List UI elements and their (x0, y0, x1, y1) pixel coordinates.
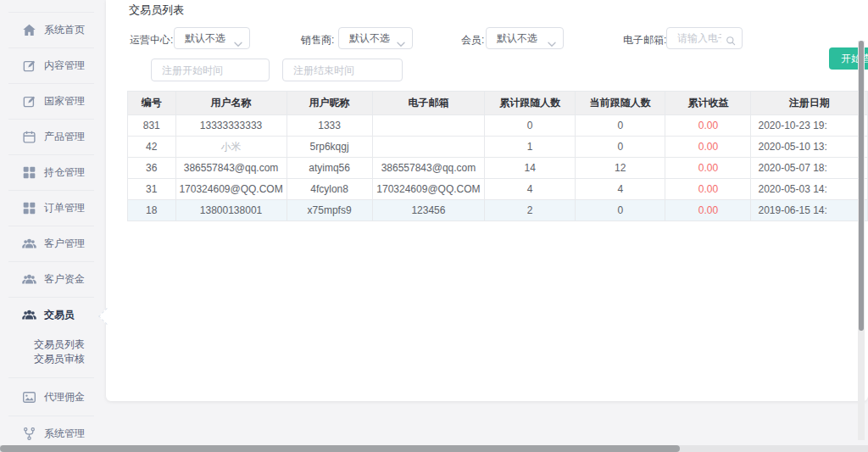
cell-name: 13800138001 (175, 200, 287, 221)
users-icon (22, 237, 36, 251)
cell-reg_date: 2020-10-23 19: (751, 115, 868, 137)
chevron-down-icon (548, 36, 556, 42)
sidebar-bottom-items: 代理佣金系统管理 (0, 378, 106, 451)
content-panel: 交易员列表 运营中心: 默认不选 销售商: 默认不选 会员: 默认不选 电子邮箱… (106, 0, 868, 401)
cell-follow_total: 4 (485, 179, 576, 200)
cell-name: 386557843@qq.com (175, 158, 287, 179)
cell-id: 36 (128, 158, 176, 179)
sidebar-item-label: 系统管理 (44, 427, 85, 441)
sidebar-subitem-trader-list[interactable]: 交易员列表 (34, 338, 94, 352)
page-title: 交易员列表 (129, 3, 184, 18)
cell-reg_date: 2019-06-15 14: (751, 200, 868, 221)
cell-follow_current: 0 (576, 115, 665, 137)
column-header: 当前跟随人数 (576, 92, 665, 115)
column-header: 累计收益 (665, 92, 751, 115)
sidebar-item-label: 国家管理 (44, 94, 85, 109)
cell-id: 31 (128, 179, 176, 200)
column-header: 累计跟随人数 (485, 92, 576, 115)
home-icon (22, 23, 36, 37)
sidebar-item-label: 交易员 (44, 308, 75, 322)
email-inputbox (666, 27, 743, 49)
horizontal-scrollbar-thumb[interactable] (0, 445, 680, 452)
cell-nick: atyimq56 (287, 158, 372, 179)
sidebar-item-label: 代理佣金 (44, 390, 85, 405)
cell-profit: 0.00 (665, 158, 751, 179)
cell-email: 170324609@QQ.COM (372, 179, 485, 200)
column-header: 用户昵称 (287, 92, 372, 115)
cell-nick: x75mpfs9 (287, 200, 372, 221)
column-header: 电子邮箱 (372, 92, 485, 115)
cell-nick: 1333 (287, 115, 372, 137)
sidebar-item-label: 客户管理 (44, 237, 85, 251)
seller-select[interactable]: 默认不选 (338, 27, 413, 49)
trader-admin-page: 系统首页内容管理国家管理产品管理持仓管理订单管理客户管理客户资金交易员 交易员列… (0, 0, 868, 452)
cell-profit: 0.00 (665, 179, 751, 200)
trader-submenu: 交易员列表 交易员审核 (8, 332, 94, 378)
cell-email: 123456 (372, 200, 485, 221)
chevron-down-icon (234, 36, 242, 42)
table-row[interactable]: 831133333333331333000.002020-10-23 19: (128, 115, 868, 137)
sidebar-item-label: 订单管理 (44, 201, 85, 215)
cell-follow_total: 2 (485, 200, 576, 221)
operation-center-select[interactable]: 默认不选 (174, 27, 250, 49)
operation-center-label: 运营中心: (130, 33, 173, 47)
cell-reg_date: 2020-05-07 18: (751, 158, 868, 179)
users-icon (22, 308, 36, 322)
register-end-input[interactable] (283, 59, 402, 81)
column-header: 注册日期 (751, 92, 868, 115)
register-start-inputbox (151, 59, 270, 81)
sidebar-item-order[interactable]: 订单管理 (8, 190, 94, 226)
traders-table: 编号用户名称用户昵称电子邮箱累计跟随人数当前跟随人数累计收益注册日期 83113… (127, 91, 868, 221)
sidebar-main-items: 系统首页内容管理国家管理产品管理持仓管理订单管理客户管理客户资金交易员 (0, 12, 106, 332)
sidebar-item-home[interactable]: 系统首页 (8, 12, 94, 47)
cell-reg_date: 2020-05-03 14: (751, 179, 868, 200)
calendar-icon (22, 130, 36, 144)
sidebar-item-label: 内容管理 (44, 59, 85, 73)
table-header-row: 编号用户名称用户昵称电子邮箱累计跟随人数当前跟随人数累计收益注册日期 (128, 92, 868, 115)
sidebar-subitem-trader-audit[interactable]: 交易员审核 (34, 352, 94, 366)
cell-reg_date: 2020-05-10 13: (751, 137, 868, 158)
cell-follow_current: 0 (576, 200, 665, 221)
sidebar-item-agent-commission[interactable]: 代理佣金 (8, 378, 94, 416)
register-start-input[interactable] (152, 59, 269, 81)
table-row[interactable]: 31170324609@QQ.COM4fcylon8170324609@QQ.C… (128, 179, 868, 200)
branch-icon (22, 427, 36, 441)
table-row[interactable]: 1813800138001x75mpfs9123456200.002019-06… (128, 200, 868, 221)
cell-email (372, 137, 485, 158)
edit-icon (22, 94, 36, 109)
sidebar-item-country[interactable]: 国家管理 (8, 83, 94, 119)
table-row[interactable]: 36386557843@qq.comatyimq56386557843@qq.c… (128, 158, 868, 179)
cell-profit: 0.00 (665, 200, 751, 221)
cell-name: 170324609@QQ.COM (175, 179, 287, 200)
column-header: 编号 (128, 92, 176, 115)
sidebar-item-trader[interactable]: 交易员 (8, 297, 94, 332)
cell-name: 13333333333 (175, 115, 287, 137)
sidebar-item-position[interactable]: 持仓管理 (8, 154, 94, 190)
sidebar-item-customer-funds[interactable]: 客户资金 (8, 261, 94, 297)
member-select[interactable]: 默认不选 (486, 27, 564, 49)
table-row[interactable]: 42小米5rp6kqgj100.002020-05-10 13: (128, 137, 868, 158)
sidebar-item-content[interactable]: 内容管理 (8, 47, 94, 83)
cell-follow_total: 14 (485, 158, 576, 179)
member-label: 会员: (461, 33, 484, 47)
cell-email (372, 115, 485, 137)
cell-id: 42 (128, 137, 176, 158)
sidebar-item-label: 系统首页 (44, 23, 85, 37)
sidebar-item-product[interactable]: 产品管理 (8, 119, 94, 154)
sidebar-item-label: 客户资金 (44, 272, 85, 287)
column-header: 用户名称 (175, 92, 287, 115)
cell-email: 386557843@qq.com (372, 158, 485, 179)
sidebar-item-label: 持仓管理 (44, 165, 85, 180)
edit-icon (22, 59, 36, 73)
sidebar-item-label: 产品管理 (44, 130, 85, 144)
register-end-inputbox (282, 59, 403, 81)
cell-follow_current: 0 (576, 137, 665, 158)
vertical-scrollbar-thumb[interactable] (859, 41, 864, 331)
image-icon (22, 390, 36, 405)
member-value: 默认不选 (497, 31, 537, 46)
sidebar-item-customer[interactable]: 客户管理 (8, 226, 94, 261)
cell-name: 小米 (175, 137, 287, 158)
grid-icon (22, 201, 36, 215)
seller-label: 销售商: (301, 33, 334, 47)
sidebar: 系统首页内容管理国家管理产品管理持仓管理订单管理客户管理客户资金交易员 交易员列… (0, 0, 106, 452)
